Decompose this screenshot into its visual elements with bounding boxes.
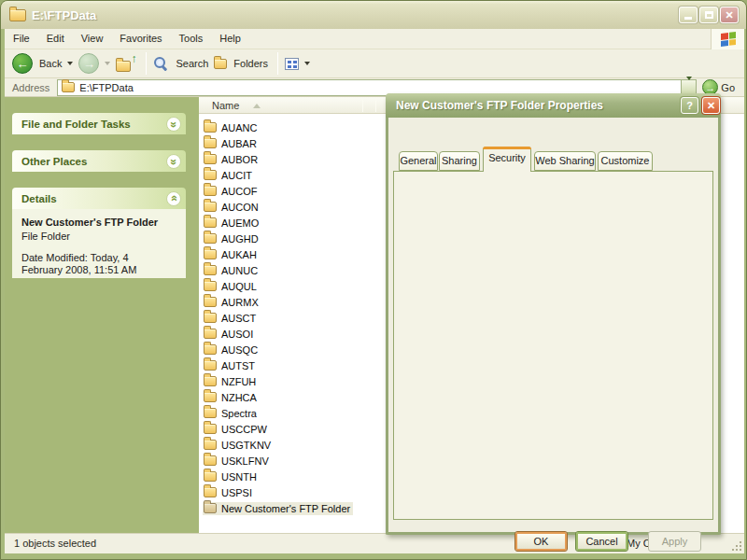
file-row[interactable]: Spectra [203,405,260,421]
toolbar-separator [277,52,278,75]
folder-icon [204,297,217,307]
selected-row-content[interactable]: New Customer's FTP Folder [203,502,353,515]
tab-sharing[interactable]: Sharing [439,151,480,171]
row-content[interactable]: NZHCA [203,391,260,404]
chevron-up-icon[interactable]: » [166,191,181,206]
file-row[interactable]: AUEMO [203,215,261,231]
up-button[interactable]: ↑ [116,54,136,73]
menu-item-favorites[interactable]: Favorites [111,29,170,49]
menu-item-help[interactable]: Help [211,29,249,49]
panel-details[interactable]: Details » [12,188,186,209]
file-row[interactable]: AUNUC [203,262,261,278]
views-dropdown-icon[interactable] [304,62,310,65]
ok-button[interactable]: OK [514,531,568,552]
up-arrow-icon: ↑ [131,52,136,65]
file-row[interactable]: AUQUL [203,278,260,294]
folder-icon [204,233,217,244]
row-content[interactable]: AUCON [203,201,261,214]
row-content[interactable]: AUQUL [203,280,260,293]
folder-icon [204,202,217,212]
file-row[interactable]: NZHCA [203,389,260,405]
folders-button[interactable]: Folders [214,58,268,69]
column-divider[interactable] [375,99,376,112]
menu-item-file[interactable]: File [5,29,38,49]
row-content[interactable]: USNTH [203,470,260,483]
row-content[interactable]: AURMX [203,296,261,309]
row-content[interactable]: USCCPW [203,423,270,436]
row-content[interactable]: AUTST [203,359,258,372]
file-row[interactable]: USCCPW [203,421,270,437]
file-row[interactable]: USPSI [203,484,255,500]
column-header-name[interactable]: Name [199,97,362,114]
tab-customize[interactable]: Customize [598,151,653,171]
go-label[interactable]: Go [721,82,735,93]
minimize-button[interactable] [679,7,698,23]
resize-grip[interactable] [731,540,742,552]
menu-item-tools[interactable]: Tools [171,29,212,49]
menu-item-view[interactable]: View [73,29,112,49]
panel-file-folder-tasks[interactable]: File and Folder Tasks » [12,113,186,134]
column-divider[interactable] [362,99,363,112]
file-row[interactable]: AUSOI [203,326,256,342]
dialog-help-button[interactable]: ? [681,97,698,114]
row-content[interactable]: AUSOI [203,328,256,341]
file-row[interactable]: AUGHD [203,231,261,246]
row-content[interactable]: AUBOR [203,153,261,166]
chevron-down-icon[interactable]: » [166,117,181,132]
file-row[interactable]: AUSQC [203,342,261,357]
file-row[interactable]: AUBOR [203,151,261,167]
row-content[interactable]: AUNUC [203,264,261,277]
tab-security[interactable]: Security [483,147,531,172]
panel-title: File and Folder Tasks [12,119,166,130]
row-content[interactable]: AUGHD [203,232,261,245]
back-dropdown-icon[interactable] [67,62,73,65]
task-pane-sidebar: File and Folder Tasks » Other Places » D… [5,97,199,533]
row-content[interactable]: AUKAH [203,248,260,261]
forward-button[interactable]: → [78,53,110,74]
file-row[interactable]: AUCOF [203,183,261,199]
views-button[interactable] [285,58,310,70]
file-row[interactable]: AUKAH [203,246,260,262]
row-content[interactable]: AUEMO [203,217,261,230]
file-row[interactable]: AUBAR [203,135,260,151]
folder-icon [204,503,217,513]
cancel-button[interactable]: Cancel [575,531,628,552]
file-row[interactable]: AUSCT [203,310,259,326]
minimize-icon [684,17,692,20]
close-button[interactable]: ✕ [720,7,739,23]
file-row[interactable]: USNTH [203,469,260,484]
folder-icon [204,313,217,323]
row-content[interactable]: Spectra [203,407,260,420]
row-content[interactable]: USKLFNV [203,455,272,468]
folder-icon [204,217,217,228]
file-row[interactable]: New Customer's FTP Folder [203,500,353,516]
file-row[interactable]: NZFUH [203,373,259,389]
row-content[interactable]: AUSCT [203,312,259,325]
dialog-close-button[interactable]: ✕ [702,97,720,114]
chevron-down-icon[interactable]: » [166,154,181,169]
row-content[interactable]: NZFUH [203,375,259,388]
row-content[interactable]: AUCOF [203,185,261,198]
panel-other-places[interactable]: Other Places » [12,150,186,172]
row-content[interactable]: USGTKNV [203,439,274,452]
tab-web-sharing[interactable]: Web Sharing [534,151,596,171]
file-row[interactable]: AURMX [203,294,261,310]
maximize-button[interactable] [699,7,718,23]
row-content[interactable]: AUCIT [203,169,255,182]
folder-icon [204,360,217,371]
row-content[interactable]: AUBAR [203,137,260,150]
row-content[interactable]: AUSQC [203,343,261,357]
file-row[interactable]: USGTKNV [203,437,274,453]
file-row[interactable]: AUCIT [203,167,255,183]
row-content[interactable]: USPSI [203,486,255,499]
file-row[interactable]: USKLFNV [203,453,272,469]
file-row[interactable]: AUTST [203,357,258,373]
back-button[interactable]: ← Back [12,53,73,74]
search-button[interactable]: Search [153,56,208,72]
file-row[interactable]: AUCON [203,199,261,215]
row-content[interactable]: AUANC [203,121,261,134]
menu-item-edit[interactable]: Edit [38,29,73,49]
file-row[interactable]: AUANC [203,119,261,135]
file-name-label: AUTST [221,360,255,371]
tab-general[interactable]: General [399,151,438,171]
